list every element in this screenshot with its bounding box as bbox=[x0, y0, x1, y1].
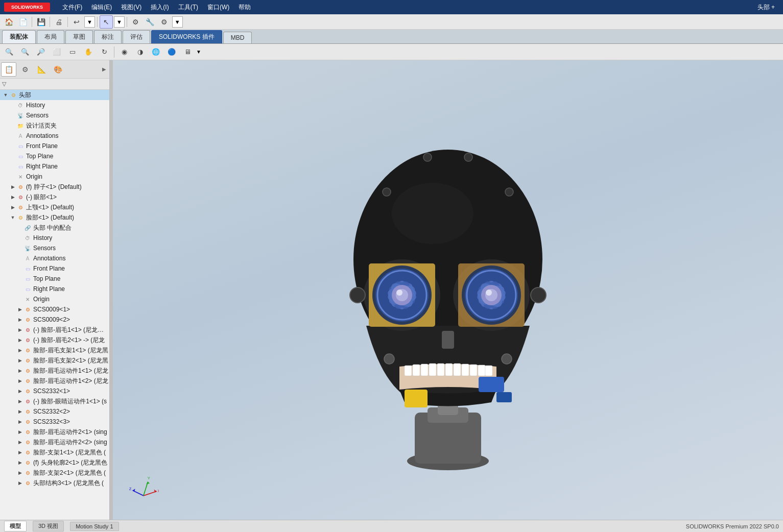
tree-node-face-sensors[interactable]: 📡 Sensors bbox=[0, 243, 109, 253]
save-button[interactable]: 💾 bbox=[34, 15, 48, 29]
property-manager-tab[interactable]: ⚙ bbox=[17, 62, 33, 77]
expand-eyebrow-mover1-1[interactable]: ▶ bbox=[16, 367, 23, 374]
tree-node-eyebrow-bracket1[interactable]: ▶ ⚙ 脸部-眉毛支架1<1> (尼龙黑 bbox=[0, 345, 109, 355]
expand-eye-actuator[interactable]: ▶ bbox=[16, 398, 23, 405]
tree-node-front-plane[interactable]: ▭ Front Plane bbox=[0, 141, 109, 151]
rotate-icon[interactable]: ↻ bbox=[97, 45, 111, 59]
menu-edit[interactable]: 编辑(E) bbox=[87, 2, 116, 13]
expand-eyebrow1[interactable]: ▶ bbox=[16, 326, 23, 333]
menu-insert[interactable]: 插入(I) bbox=[147, 2, 173, 13]
expand-eyebrow2[interactable]: ▶ bbox=[16, 336, 23, 344]
tree-node-design-binder[interactable]: 📁 设计活页夹 bbox=[0, 120, 109, 131]
tree-node-sensors[interactable]: 📡 Sensors bbox=[0, 110, 109, 120]
select-dropdown[interactable]: ▼ bbox=[114, 16, 125, 28]
tree-node-eyebrow-mover1-2[interactable]: ▶ ⚙ 脸部-眉毛运动件1<2> (尼龙 bbox=[0, 376, 109, 386]
settings-dropdown[interactable]: ▼ bbox=[172, 16, 183, 28]
tab-layout[interactable]: 布局 bbox=[37, 30, 64, 43]
expand-right-plane[interactable] bbox=[9, 163, 16, 170]
3d-viewport[interactable]: X Y Z bbox=[113, 60, 783, 520]
tree-node-eyebrow2[interactable]: ▶ ⚙ (-) 脸部-眉毛2<1> -> (尼龙 bbox=[0, 335, 109, 345]
tree-node-face-top-plane[interactable]: ▭ Top Plane bbox=[0, 274, 109, 284]
zoom-out-icon[interactable]: 🔎 bbox=[34, 45, 48, 59]
tree-node-face-front-plane[interactable]: ▭ Front Plane bbox=[0, 263, 109, 274]
view-display-icon[interactable]: 🌐 bbox=[149, 45, 163, 59]
expand-face-right-plane[interactable] bbox=[16, 285, 23, 293]
appearance-manager-tab[interactable]: 🎨 bbox=[50, 62, 65, 77]
tab-model[interactable]: 模型 bbox=[4, 521, 27, 531]
tree-node-top-plane[interactable]: ▭ Top Plane bbox=[0, 151, 109, 161]
rebuild-button[interactable]: ⚙ bbox=[129, 15, 143, 29]
print-button[interactable]: 🖨 bbox=[52, 15, 65, 29]
tab-evaluate[interactable]: 评估 bbox=[123, 30, 150, 43]
select-button[interactable]: ↖ bbox=[100, 15, 113, 29]
expand-eyebrow-mover1-2[interactable]: ▶ bbox=[16, 377, 23, 384]
view-orient-icon[interactable]: ◉ bbox=[117, 45, 131, 59]
expand-history[interactable] bbox=[9, 102, 16, 109]
expand-design-binder[interactable] bbox=[9, 122, 16, 129]
expand-scs2332-3[interactable]: ▶ bbox=[16, 418, 23, 425]
expand-scs0009-2[interactable]: ▶ bbox=[16, 316, 23, 323]
expand-face-history[interactable] bbox=[16, 234, 23, 241]
tree-node-face-annotations[interactable]: A Annotations bbox=[0, 253, 109, 263]
view-monitor-icon[interactable]: 🖥 bbox=[180, 45, 195, 59]
tree-node-eyebrow-mover1-1[interactable]: ▶ ⚙ 脸部-眉毛运动件1<1> (尼龙 bbox=[0, 366, 109, 376]
tree-node-face-right-plane[interactable]: ▭ Right Plane bbox=[0, 284, 109, 294]
tree-node-eyebrow-mover2-1[interactable]: ▶ ⚙ 脸部-眉毛运动件2<1> (sing bbox=[0, 427, 109, 437]
tab-assembly[interactable]: 装配体 bbox=[2, 30, 36, 43]
tree-node-scs2332-1[interactable]: ▶ ⚙ SCS2332<1> bbox=[0, 386, 109, 396]
panel-expand-button[interactable]: ▶ bbox=[100, 65, 108, 74]
view-section-icon[interactable]: ◑ bbox=[133, 45, 147, 59]
feature-manager-tab[interactable]: 📋 bbox=[1, 62, 16, 77]
menu-tools[interactable]: 工具(T) bbox=[174, 2, 202, 13]
tree-node-eye-actuator[interactable]: ▶ ⚙ (-) 脸部-眼睛运动件1<1> (s bbox=[0, 396, 109, 406]
tab-motion-study[interactable]: Motion Study 1 bbox=[70, 522, 118, 531]
tree-node-head-mate[interactable]: 🔗 头部 中的配合 bbox=[0, 223, 109, 233]
tree-node-face-assembly[interactable]: ▼ ⚙ 脸部<1> (Default) bbox=[0, 212, 109, 223]
tree-node-right-plane[interactable]: ▭ Right Plane bbox=[0, 161, 109, 172]
tree-node-upper-jaw[interactable]: ▶ ⚙ 上颚<1> (Default) bbox=[0, 202, 109, 212]
tree-node-bracket2[interactable]: ▶ ⚙ 脸部-支架2<1> (尼龙黑色 ( bbox=[0, 468, 109, 478]
tree-node-head-profile[interactable]: ▶ ⚙ (f) 头身轮廓2<1> (尼龙黑色 bbox=[0, 457, 109, 468]
expand-head-mate[interactable] bbox=[16, 224, 23, 231]
pan-icon[interactable]: ✋ bbox=[81, 45, 96, 59]
undo-button[interactable]: ↩ bbox=[70, 15, 83, 29]
tree-node-face-history[interactable]: ⏱ History bbox=[0, 233, 109, 243]
tab-solidworks-addins[interactable]: SOLIDWORKS 插件 bbox=[151, 30, 222, 43]
expand-bracket1[interactable]: ▶ bbox=[16, 449, 23, 456]
tree-node-eyebrow-mover2-2[interactable]: ▶ ⚙ 脸部-眉毛运动件2<2> (sing bbox=[0, 437, 109, 447]
menu-view[interactable]: 视图(V) bbox=[117, 2, 146, 13]
tree-node-scs0009-2[interactable]: ▶ ⚙ SCS0009<2> bbox=[0, 315, 109, 325]
expand-bracket2[interactable]: ▶ bbox=[16, 469, 23, 476]
expand-scs2332-1[interactable]: ▶ bbox=[16, 388, 23, 395]
expand-upper-jaw[interactable]: ▶ bbox=[9, 204, 16, 211]
tree-node-neck[interactable]: ▶ ⚙ (f) 脖子<1> (Default) bbox=[0, 182, 109, 192]
config-manager-tab[interactable]: 📐 bbox=[34, 62, 49, 77]
expand-root[interactable]: ▼ bbox=[2, 91, 9, 99]
tab-3d-view[interactable]: 3D 视图 bbox=[33, 521, 64, 531]
menu-help[interactable]: 帮助 bbox=[234, 2, 255, 13]
expand-front-plane[interactable] bbox=[9, 142, 16, 150]
view-shade-icon[interactable]: 🔵 bbox=[164, 45, 179, 59]
search-icon[interactable]: 🔍 bbox=[2, 45, 16, 59]
expand-neck[interactable]: ▶ bbox=[9, 183, 16, 190]
expand-face-top-plane[interactable] bbox=[16, 275, 23, 282]
expand-eyebrow-bracket2[interactable]: ▶ bbox=[16, 357, 23, 364]
expand-annotations[interactable] bbox=[9, 132, 16, 139]
zoom-fit-icon[interactable]: ⬜ bbox=[50, 45, 64, 59]
expand-face-assembly[interactable]: ▼ bbox=[9, 214, 16, 221]
expand-head-struct[interactable]: ▶ bbox=[16, 479, 23, 487]
tree-node-eyebrow1[interactable]: ▶ ⚙ (-) 脸部-眉毛1<1> (尼龙黑色 bbox=[0, 325, 109, 335]
tab-mbd[interactable]: MBD bbox=[223, 32, 252, 43]
tree-node-annotations[interactable]: A Annotations bbox=[0, 131, 109, 141]
new-button[interactable]: 🏠 bbox=[2, 15, 15, 29]
tree-node-bracket1[interactable]: ▶ ⚙ 脸部-支架1<1> (尼龙黑色 ( bbox=[0, 447, 109, 457]
tree-node-root[interactable]: ▼ ⚙ 头部 bbox=[0, 90, 109, 100]
expand-head-profile[interactable]: ▶ bbox=[16, 459, 23, 466]
filter-icon[interactable]: ▽ bbox=[2, 81, 6, 87]
expand-sensors[interactable] bbox=[9, 112, 16, 119]
menu-window[interactable]: 窗口(W) bbox=[203, 2, 233, 13]
expand-scs0009-1[interactable]: ▶ bbox=[16, 306, 23, 313]
tree-node-origin[interactable]: ✕ Origin bbox=[0, 172, 109, 182]
expand-top-plane[interactable] bbox=[9, 153, 16, 160]
tree-node-scs2332-2[interactable]: ▶ ⚙ SCS2332<2> bbox=[0, 406, 109, 417]
